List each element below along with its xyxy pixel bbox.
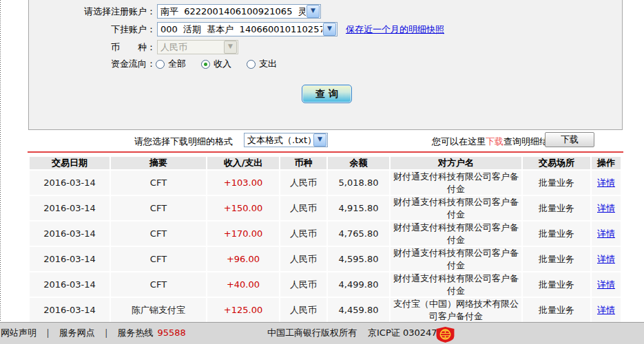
table-row: 2016-03-14CFT+150.00人民币4,915.80财付通支付科技有限… bbox=[30, 196, 621, 220]
cell-action: 详情 bbox=[592, 196, 621, 220]
cell-summary: CFT bbox=[111, 196, 206, 220]
cell-counterparty: 支付宝（中国）网络技术有限公司客户备付金 bbox=[391, 298, 521, 322]
cell-currency: 人民币 bbox=[280, 298, 326, 322]
cell-balance: 4,595.80 bbox=[328, 247, 389, 271]
cell-date: 2016-03-14 bbox=[30, 247, 110, 271]
cell-balance: 4,765.80 bbox=[328, 222, 389, 246]
cell-venue: 批量业务 bbox=[523, 171, 590, 195]
register-account-row: 请选择注册账户： 南平 6222001406100921065 灵通卡 ▼ bbox=[29, 4, 321, 19]
cell-summary: CFT bbox=[111, 222, 206, 246]
radio-option-all: 全部 bbox=[156, 58, 186, 70]
footer-separator: ｜ bbox=[43, 327, 52, 338]
cell-summary: CFT bbox=[111, 247, 206, 271]
table-row: 2016-03-14CFT+96.00人民币4,595.80财付通支付科技有限公… bbox=[30, 247, 621, 271]
header-venue: 交易场所 bbox=[523, 157, 590, 169]
cell-amount: +150.00 bbox=[207, 196, 279, 220]
currency-select: 人民币 ▼ bbox=[157, 40, 238, 54]
radio-icon[interactable] bbox=[247, 60, 256, 69]
hotline-number: 95588 bbox=[157, 327, 185, 338]
download-hint: 您可以在这里下载查询明细结果 bbox=[432, 136, 557, 148]
cell-action: 详情 bbox=[592, 171, 621, 195]
header-balance: 余额 bbox=[328, 157, 389, 169]
cell-date: 2016-03-14 bbox=[30, 298, 110, 322]
cell-currency: 人民币 bbox=[280, 247, 326, 271]
cell-venue: 批量业务 bbox=[523, 222, 590, 246]
radio-option-expense: 支出 bbox=[247, 58, 277, 70]
cell-summary: CFT bbox=[111, 171, 206, 195]
service-branches-link[interactable]: 服务网点 bbox=[59, 327, 95, 338]
table-row: 2016-03-14CFT+40.00人民币4,499.80财付通支付科技有限公… bbox=[30, 272, 621, 297]
radio-label: 收入 bbox=[214, 58, 231, 70]
table-header-row: 交易日期 摘要 收入/支出 币种 余额 对方户名 交易场所 操作 bbox=[30, 157, 621, 169]
cell-action: 详情 bbox=[592, 222, 621, 246]
cell-venue: 批量业务 bbox=[523, 247, 590, 271]
save-snapshot-link[interactable]: 保存近一个月的明细快照 bbox=[346, 23, 444, 36]
cell-counterparty: 财付通支付科技有限公司客户备付金 bbox=[391, 196, 521, 220]
page: 请选择注册账户： 南平 6222001406100921065 灵通卡 ▼ 下挂… bbox=[0, 0, 644, 344]
cell-date: 2016-03-14 bbox=[30, 196, 110, 220]
query-button[interactable]: 查 询 bbox=[302, 85, 352, 103]
detail-link[interactable]: 详情 bbox=[597, 254, 615, 264]
chevron-down-icon[interactable]: ▼ bbox=[323, 23, 336, 36]
register-account-label: 请选择注册账户： bbox=[29, 6, 156, 18]
detail-link[interactable]: 详情 bbox=[597, 228, 615, 239]
cell-currency: 人民币 bbox=[280, 222, 326, 246]
register-account-select[interactable]: 南平 6222001406100921065 灵通卡 ▼ bbox=[157, 4, 321, 19]
cell-counterparty: 财付通支付科技有限公司客户备付金 bbox=[391, 171, 521, 195]
icbc-badge-icon bbox=[436, 327, 455, 343]
copyright-text: 中国工商银行版权所有 bbox=[267, 327, 357, 338]
cell-counterparty: 财付通支付科技有限公司客户备付金 bbox=[391, 247, 521, 271]
header-counterparty: 对方户名 bbox=[391, 157, 521, 169]
footer-copyright: 中国工商银行版权所有京ICP证 030247号 bbox=[267, 323, 446, 343]
radio-icon[interactable] bbox=[201, 60, 210, 69]
cell-currency: 人民币 bbox=[280, 171, 326, 195]
flow-direction-label: 资金流向： bbox=[29, 58, 156, 70]
sub-account-label: 下挂账户： bbox=[29, 23, 156, 36]
chevron-down-icon[interactable]: ▼ bbox=[313, 133, 326, 147]
transaction-table: 交易日期 摘要 收入/支出 币种 余额 对方户名 交易场所 操作 2016-03… bbox=[28, 155, 622, 324]
currency-row: 币 种： 人民币 ▼ bbox=[29, 40, 238, 54]
radio-icon[interactable] bbox=[156, 60, 165, 69]
download-format-label: 请您选择下载明细的格式 bbox=[134, 136, 233, 148]
detail-link[interactable]: 详情 bbox=[597, 203, 615, 213]
radio-option-income: 收入 bbox=[201, 58, 231, 70]
download-format-select[interactable]: 文本格式（.txt） ▼ bbox=[244, 133, 328, 147]
detail-link[interactable]: 详情 bbox=[597, 178, 615, 188]
cell-action: 详情 bbox=[592, 298, 621, 322]
site-statement-link[interactable]: 网站声明 bbox=[1, 327, 37, 338]
table-row: 2016-03-14CFT+170.00人民币4,765.80财付通支付科技有限… bbox=[30, 222, 621, 246]
sub-account-value: 000 活期 基本户 1406600101102571848 bbox=[158, 23, 322, 36]
radio-label: 支出 bbox=[259, 58, 277, 70]
download-button[interactable]: 下载 bbox=[545, 132, 594, 147]
sub-account-row: 下挂账户： 000 活期 基本户 1406600101102571848 ▼ 保… bbox=[29, 22, 444, 36]
detail-link[interactable]: 详情 bbox=[597, 279, 615, 290]
cell-amount: +170.00 bbox=[207, 222, 279, 246]
header-amount: 收入/支出 bbox=[207, 157, 279, 169]
sub-account-select[interactable]: 000 活期 基本户 1406600101102571848 ▼ bbox=[157, 22, 337, 36]
radio-label: 全部 bbox=[168, 58, 186, 70]
detail-link[interactable]: 详情 bbox=[597, 305, 615, 315]
cell-balance: 4,499.80 bbox=[328, 272, 389, 297]
cell-summary: CFT bbox=[111, 272, 206, 297]
cell-currency: 人民币 bbox=[280, 272, 326, 297]
query-form-panel: 请选择注册账户： 南平 6222001406100921065 灵通卡 ▼ 下挂… bbox=[28, 0, 623, 130]
hotline-label: 服务热线 bbox=[117, 327, 153, 338]
register-account-value: 南平 6222001406100921065 灵通卡 bbox=[158, 6, 306, 18]
download-hint-emphasis: 下载 bbox=[486, 136, 503, 147]
cell-venue: 批量业务 bbox=[523, 298, 590, 322]
cell-date: 2016-03-14 bbox=[30, 272, 110, 297]
download-hint-prefix: 您可以在这里 bbox=[432, 136, 486, 147]
chevron-down-icon[interactable]: ▼ bbox=[307, 5, 320, 18]
cell-balance: 5,018.80 bbox=[328, 171, 389, 195]
flow-direction-row: 资金流向： 全部 收入 支出 bbox=[29, 58, 292, 70]
table-row: 2016-03-14陈广锦支付宝+125.00人民币4,459.80支付宝（中国… bbox=[30, 298, 621, 322]
header-date: 交易日期 bbox=[30, 157, 110, 169]
footer-links: 网站声明｜服务网点｜服务热线95588 bbox=[1, 323, 186, 343]
chevron-down-icon: ▼ bbox=[224, 41, 237, 54]
cell-action: 详情 bbox=[592, 247, 621, 271]
cell-balance: 4,915.80 bbox=[328, 196, 389, 220]
table-row: 2016-03-14CFT+103.00人民币5,018.80财付通支付科技有限… bbox=[30, 171, 621, 195]
cell-counterparty: 财付通支付科技有限公司客户备付金 bbox=[391, 272, 521, 297]
cell-amount: +40.00 bbox=[207, 272, 279, 297]
cell-balance: 4,459.80 bbox=[328, 298, 389, 322]
